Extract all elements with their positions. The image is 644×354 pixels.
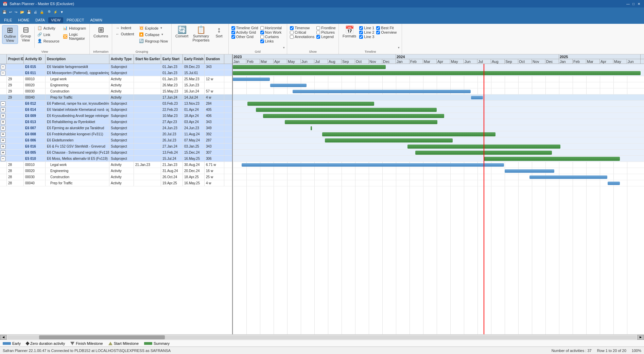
gantt-bar[interactable] — [233, 71, 641, 75]
outdent-button[interactable]: ← Outdent — [114, 31, 135, 37]
scroll-left-button[interactable]: ◀ — [0, 335, 7, 340]
print-button[interactable]: 🖨 — [33, 10, 38, 15]
table-row[interactable]: 29 00040 Prep for Traffic Activity 17.Ju… — [0, 95, 232, 101]
outline-view-button[interactable]: ⊞ OutlineView — [2, 25, 18, 44]
gantt-bar[interactable] — [242, 163, 504, 167]
pictures-checkbox[interactable] — [316, 31, 320, 34]
restore-button[interactable]: □ — [631, 1, 636, 6]
sort-button[interactable]: ↕ Sort — [212, 25, 226, 39]
horizontal-check[interactable]: Horizontal — [260, 26, 282, 30]
table-row[interactable]: + E6 007 E6 Fjerning av alunskifer pa Ta… — [0, 125, 232, 131]
expand-button[interactable]: + — [1, 132, 5, 137]
table-row[interactable]: + E6 014 E6 Variabel infotavle Klemetaru… — [0, 107, 232, 113]
undo-button[interactable]: ↩ — [8, 10, 13, 15]
saveas-button[interactable]: 💾 — [26, 10, 32, 15]
menu-admin[interactable]: ADMIN — [87, 17, 105, 23]
best-fit-checkbox[interactable] — [376, 26, 380, 30]
menu-data[interactable]: DATA — [33, 17, 48, 23]
activity-grid-check[interactable]: Activity Grid — [231, 30, 258, 34]
frontline-checkbox[interactable] — [316, 26, 320, 30]
save-button[interactable]: 💾 — [1, 10, 7, 15]
table-row[interactable]: 29 00030 Construction Activity 15.May.23… — [0, 88, 232, 95]
best-fit-check[interactable]: Best Fit — [376, 26, 397, 30]
gantt-bar[interactable] — [285, 120, 438, 124]
gantt-bar[interactable] — [322, 132, 495, 136]
line3-checkbox[interactable] — [359, 35, 363, 39]
critical-checkbox[interactable] — [290, 31, 294, 34]
expand-button[interactable]: + — [1, 126, 5, 131]
table-row[interactable]: + E6 005 E6 Chausse - Svinesund vegmiljo… — [0, 150, 232, 156]
expand-button[interactable]: − — [1, 156, 5, 161]
table-row[interactable]: − E5 010 E6 Moss, Mellos alternativ til … — [0, 156, 232, 162]
table-row[interactable]: + E6 006 E6 Ekdeltunnelen Subproject 26.… — [0, 137, 232, 144]
qa-dropdown-button[interactable]: ▼ — [59, 10, 65, 15]
project-id-header[interactable]: Project ID — [7, 54, 24, 64]
gantt-bar[interactable] — [325, 138, 453, 142]
expand-button[interactable]: − — [1, 71, 5, 75]
frontline-check[interactable]: Frontline — [316, 26, 336, 30]
formats-button[interactable]: 📅 Formats — [341, 25, 358, 39]
non-work-checkbox[interactable] — [260, 31, 264, 34]
logic-navigator-button[interactable]: 🔀 LogicNavigator — [62, 32, 87, 41]
expand-button[interactable]: + — [1, 114, 5, 118]
expand-button[interactable]: − — [1, 101, 5, 106]
description-header[interactable]: Description — [46, 54, 109, 64]
gantt-bar[interactable] — [233, 78, 270, 81]
timenow-checkbox[interactable] — [290, 26, 294, 30]
pictures-check[interactable]: Pictures — [316, 30, 336, 34]
table-row[interactable]: 29 00010 Legal work Activity 01.Jan.23 2… — [0, 76, 232, 82]
horizontal-checkbox[interactable] — [260, 26, 264, 30]
other-grid-check[interactable]: Other Grid — [231, 35, 258, 39]
line1-checkbox[interactable] — [359, 26, 363, 30]
summary-properties-button[interactable]: 📋 SummaryProperties — [191, 25, 211, 43]
histogram-button[interactable]: 📊 Histogram — [62, 25, 87, 31]
horizontal-scrollbar[interactable]: ◀ ▶ — [0, 334, 644, 340]
expand-button[interactable]: + — [1, 150, 5, 155]
gantt-bar[interactable] — [270, 84, 307, 87]
timeline-grid-check[interactable]: Timeline Grid — [231, 26, 258, 30]
line1-check[interactable]: Line 1 — [359, 26, 374, 30]
annotations-checkbox[interactable] — [290, 35, 294, 39]
link-button[interactable]: 🔗 Link — [36, 32, 61, 37]
other-grid-checkbox[interactable] — [231, 35, 235, 39]
menu-project[interactable]: PROJECT — [64, 17, 87, 23]
activity-grid-checkbox[interactable] — [231, 31, 235, 34]
gantt-bar[interactable] — [233, 65, 386, 69]
gantt-bar[interactable] — [256, 108, 436, 112]
group-view-button[interactable]: ⊟ GroupView — [19, 25, 33, 43]
activity-button[interactable]: 📋 Activity — [36, 25, 61, 31]
annotations-check[interactable]: Annotations — [290, 35, 314, 39]
columns-button[interactable]: ⊞ Columns — [92, 25, 110, 39]
gantt-bar[interactable] — [471, 96, 483, 99]
overview-checkbox[interactable] — [376, 31, 380, 34]
grid-expand-icon[interactable]: ▾ — [283, 46, 285, 49]
gantt-bar[interactable] — [484, 157, 620, 161]
redo-button[interactable]: ↪ — [14, 10, 18, 15]
expand-button[interactable]: + — [1, 138, 5, 143]
expand-button[interactable]: + — [1, 144, 5, 149]
critical-check[interactable]: Critical — [290, 30, 314, 34]
scroll-right-button[interactable]: ▶ — [637, 335, 644, 340]
table-row[interactable]: + E6 013 E6 Rehabilitering av Ryenlokket… — [0, 119, 232, 125]
convert-button[interactable]: 🔄 Convert — [174, 25, 190, 39]
timenow-check[interactable]: Timenow — [290, 26, 314, 30]
minimize-button[interactable]: — — [626, 1, 630, 6]
gantt-bar[interactable] — [608, 182, 620, 185]
activity-type-header[interactable]: Activity Type — [109, 54, 134, 64]
resource-button[interactable]: 👤 Resource — [36, 38, 61, 44]
non-work-check[interactable]: Non Work — [260, 30, 282, 34]
gantt-bar[interactable] — [529, 175, 607, 179]
gantt-bar[interactable] — [263, 114, 444, 118]
expand-button[interactable]: + — [1, 120, 5, 124]
table-row[interactable]: − E6 015 E6 Variable fartsgrenseskilt Su… — [0, 64, 232, 70]
line2-checkbox[interactable] — [359, 31, 363, 34]
scrollbar-thumb[interactable] — [39, 335, 165, 339]
table-row[interactable]: + E6 009 E6 Kryssutbedring Arvoll begge … — [0, 113, 232, 119]
regroup-button[interactable]: 🔄 Regroup Now — [138, 38, 169, 44]
links-check[interactable]: Links — [260, 39, 282, 43]
start-no-earlier-header[interactable]: Start No Earlier Than — [134, 54, 161, 64]
curtains-checkbox[interactable] — [260, 35, 264, 39]
open-button[interactable]: 📂 — [19, 10, 25, 15]
menu-file[interactable]: FILE — [1, 17, 15, 23]
activity-id-header[interactable]: Activity ID — [24, 54, 46, 64]
